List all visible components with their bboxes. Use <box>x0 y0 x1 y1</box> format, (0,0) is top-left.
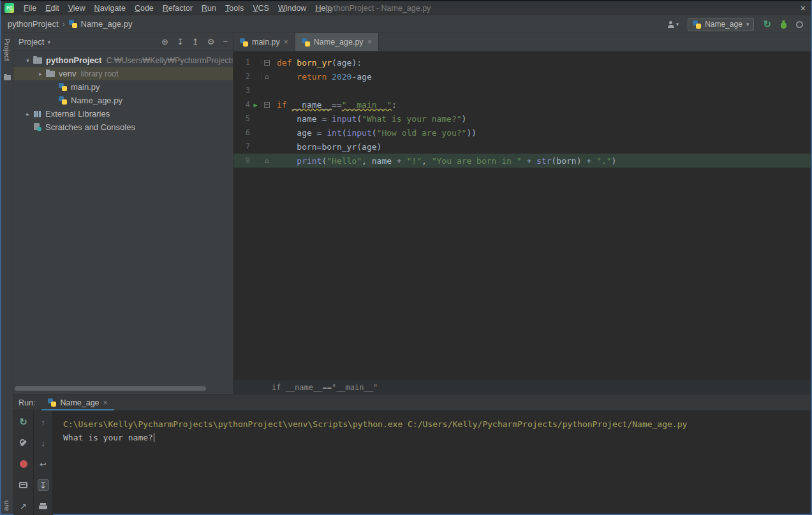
restore-layout-icon[interactable] <box>18 479 29 491</box>
window-close-icon[interactable]: × <box>801 1 806 15</box>
print-icon[interactable] <box>38 500 49 512</box>
code-area[interactable]: 1def born_yr(age):2⌂ return 2020-age34▶i… <box>233 52 811 381</box>
code-token <box>277 72 297 82</box>
line-number: 3 <box>233 86 250 95</box>
wrench-icon[interactable] <box>18 437 29 449</box>
editor-tab-main-py[interactable]: main.py× <box>233 33 295 51</box>
tree-item-pythonproject[interactable]: ▾pythonProjectC:₩Users₩Kelly₩PycharmProj… <box>13 54 233 67</box>
tree-chevron-icon[interactable]: ▸ <box>35 71 46 77</box>
close-icon[interactable]: × <box>284 38 288 47</box>
breadcrumb-file[interactable]: Name_age.py <box>81 19 133 29</box>
editor-tab-name-age-py[interactable]: Name_age.py× <box>295 33 379 51</box>
menu-item-vcs[interactable]: VCS <box>248 1 274 15</box>
run-tab[interactable]: Name_age × <box>41 395 114 410</box>
editor-breadcrumbs: if __name__=="__main__" <box>233 381 811 394</box>
folder-icon <box>46 71 55 77</box>
rerun-icon[interactable]: ↻ <box>18 416 29 428</box>
pycharm-logo-icon: PC <box>4 3 14 13</box>
down-stack-icon[interactable]: ↓ <box>38 437 49 449</box>
library-icon <box>33 110 41 118</box>
menu-item-view[interactable]: View <box>64 1 90 15</box>
console-output[interactable]: C:\Users\Kelly\PycharmProjects\pythonPro… <box>53 411 811 515</box>
stop-icon[interactable] <box>18 458 29 470</box>
tree-item-suffix: C:₩Users₩Kelly₩PycharmProjects₩pytho <box>106 56 233 65</box>
project-view-select[interactable]: Project ▾ <box>18 37 50 47</box>
menu-item-window[interactable]: Window <box>274 1 311 15</box>
horizontal-scrollbar[interactable] <box>15 386 206 391</box>
run-line-icon[interactable]: ▶ <box>250 101 261 108</box>
code-token: )) <box>466 128 476 138</box>
locate-file-icon[interactable]: ⊕ <box>161 38 168 46</box>
code-token: ) <box>611 156 616 166</box>
line-number: 8 <box>233 156 250 165</box>
tree-item-venv[interactable]: ▸venvlibrary root <box>13 67 233 80</box>
line-number: 1 <box>233 58 250 67</box>
scope-breadcrumb[interactable]: if __name__=="__main__" <box>272 383 378 392</box>
collapse-all-icon[interactable]: ↥ <box>192 38 199 46</box>
user-icon <box>667 21 675 28</box>
hide-panel-icon[interactable]: − <box>223 38 228 46</box>
menu-item-edit[interactable]: Edit <box>41 1 64 15</box>
tree-item-label: pythonProject <box>46 55 101 65</box>
python-file-icon <box>302 38 310 47</box>
code-token: 2020 <box>332 72 351 82</box>
code-token: + <box>522 156 536 166</box>
code-token: "__main__" <box>342 100 392 110</box>
rerun-icon[interactable]: ↻ <box>763 18 771 30</box>
toolbar-actions: ▾ Name_age ▾ ↻ <box>667 15 803 33</box>
run-panel-header: Run: Name_age × <box>13 395 811 411</box>
code-token: : <box>392 100 397 110</box>
project-tool-button[interactable]: Project <box>3 38 11 61</box>
tree-item-main-py[interactable]: main.py <box>13 80 233 94</box>
coverage-icon[interactable] <box>796 21 803 28</box>
menu-item-file[interactable]: File <box>19 1 41 15</box>
tree-item-name-age-py[interactable]: Name_age.py <box>13 94 233 107</box>
fold-box-icon <box>264 60 270 66</box>
run-configuration-select[interactable]: Name_age ▾ <box>688 18 754 31</box>
scratch-icon <box>33 123 41 131</box>
run-panel-body: ↻ ↗ ↑ ↓ ↩ ↧ C:\Users\Kelly\PycharmProjec… <box>13 411 811 515</box>
gear-icon[interactable]: ⚙ <box>207 38 215 46</box>
breadcrumb-project[interactable]: pythonProject <box>8 19 59 29</box>
code-token: "Hello" <box>327 156 362 166</box>
expand-all-icon[interactable]: ↧ <box>177 38 184 46</box>
menu-bar: PC FileEditViewNavigateCodeRefactorRunTo… <box>1 1 811 15</box>
code-token: print <box>297 156 321 166</box>
code-line-7: 7 born=born_yr(age) <box>233 140 811 154</box>
fold-icon[interactable] <box>261 60 272 66</box>
menu-item-code[interactable]: Code <box>130 1 158 15</box>
tree-chevron-icon[interactable]: ▾ <box>22 57 33 64</box>
users-button[interactable]: ▾ <box>667 21 679 28</box>
console-text: What is your name? <box>63 433 153 442</box>
fold-icon[interactable]: ⌂ <box>261 157 272 165</box>
code-token: "What is your name?" <box>362 114 462 124</box>
scroll-to-end-icon[interactable]: ↧ <box>38 479 49 491</box>
python-file-icon <box>240 38 248 47</box>
project-panel-title: Project <box>18 37 44 47</box>
editor-tab-label: Name_age.py <box>314 38 364 47</box>
fold-icon[interactable] <box>261 102 272 108</box>
soft-wrap-icon[interactable]: ↩ <box>38 458 49 470</box>
menu-item-tools[interactable]: Tools <box>221 1 248 15</box>
close-icon[interactable]: × <box>103 398 108 407</box>
up-stack-icon[interactable]: ↑ <box>38 416 49 428</box>
tool-window-bar: Project ure <box>1 33 13 514</box>
menu-item-refactor[interactable]: Refactor <box>158 1 197 15</box>
jump-to-source-icon[interactable]: ↗ <box>18 500 29 512</box>
chevron-down-icon: ▾ <box>47 39 50 45</box>
tree-chevron-icon[interactable]: ▸ <box>22 111 33 117</box>
code-token: (born) + <box>552 156 596 166</box>
menu-item-run[interactable]: Run <box>197 1 221 15</box>
run-panel-label: Run: <box>13 395 41 410</box>
fold-icon[interactable]: ⌂ <box>261 73 272 81</box>
menu-item-navigate[interactable]: Navigate <box>90 1 130 15</box>
code-line-2: 2⌂ return 2020-age <box>233 69 811 83</box>
debug-icon[interactable] <box>780 20 787 29</box>
fold-box-icon <box>264 102 270 108</box>
structure-tool-button[interactable]: ure <box>3 500 11 511</box>
tree-item-scratches-and-consoles[interactable]: Scratches and Consoles <box>13 120 233 134</box>
window-title: pythonProject - Name_age.py <box>325 1 431 15</box>
close-icon[interactable]: × <box>367 38 372 47</box>
tree-item-external-libraries[interactable]: ▸External Libraries <box>13 107 233 120</box>
code-text: return 2020-age <box>272 72 372 82</box>
